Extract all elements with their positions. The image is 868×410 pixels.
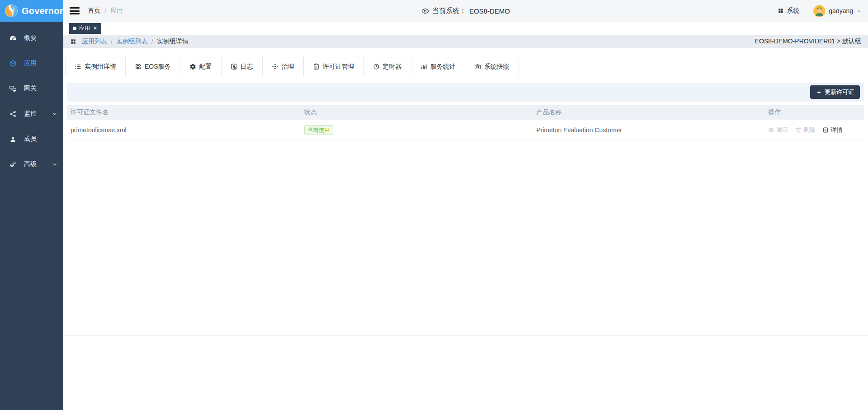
detail-label: 详情	[830, 126, 842, 134]
tab-eos-services[interactable]: EOS服务	[126, 57, 180, 76]
update-license-button[interactable]: 更新许可证	[810, 85, 860, 99]
monitor-share-icon	[9, 110, 17, 118]
stats-bars-icon	[420, 63, 427, 70]
license-filename: primetonlicense.xml	[67, 126, 301, 134]
close-icon[interactable]	[93, 26, 98, 31]
tab-label: 许可证管理	[323, 63, 354, 71]
dashboard-icon	[9, 34, 17, 42]
eye-icon	[768, 127, 774, 133]
logo[interactable]: Governor	[0, 0, 63, 22]
hamburger-icon[interactable]	[70, 7, 80, 14]
tab-label: 配置	[199, 63, 212, 71]
breadcrumb-separator: /	[151, 38, 153, 45]
table-header-row: 许可证文件名 状态 产品名称 操作	[67, 105, 864, 120]
user-menu[interactable]: gaoyang	[813, 5, 862, 17]
col-header-status: 状态	[301, 108, 533, 116]
grid-icon	[778, 8, 784, 14]
system-menu-label: 系统	[787, 7, 799, 15]
tab-label: 定时器	[383, 63, 402, 71]
member-icon	[9, 135, 17, 143]
activate-label: 激活	[776, 126, 788, 134]
plus-icon	[816, 89, 822, 95]
tab-system-snapshot[interactable]: 系统快照	[465, 57, 519, 76]
sidebar-item-monitoring[interactable]: 监控	[0, 101, 63, 126]
license-table: 许可证文件名 状态 产品名称 操作 primetonlicense.xml 当前…	[67, 105, 864, 140]
username: gaoyang	[829, 7, 853, 14]
tab-license-management[interactable]: 许可证管理	[304, 57, 364, 76]
sidebar-menu: 概要 应用	[0, 22, 63, 177]
avatar	[813, 5, 826, 17]
topbar-right: 系统 gaoyang	[778, 5, 862, 17]
tab-label: 实例组详情	[85, 63, 116, 71]
tab-label: 日志	[241, 63, 253, 71]
sidebar-item-label: 成员	[24, 135, 37, 143]
apps-grid-icon	[70, 38, 76, 45]
govern-arrows-icon	[272, 63, 278, 70]
breadcrumb-separator: /	[104, 7, 106, 14]
topbar: 首页 / 应用 当前系统： EOS8-DEMO	[63, 0, 868, 22]
page-background	[63, 335, 868, 410]
row-actions: 激活 删除	[764, 126, 864, 134]
app-title: Governor	[22, 6, 63, 16]
detail-action[interactable]: 详情	[822, 126, 842, 134]
status-badge: 当前使用	[304, 125, 333, 135]
detail-doc-icon	[822, 127, 829, 133]
system-menu-button[interactable]: 系统	[778, 7, 799, 15]
detail-tabs: 实例组详情 EOS服务 配置	[65, 57, 868, 76]
caret-down-icon	[856, 9, 862, 14]
breadcrumb-instance-group-detail: 实例组详情	[157, 37, 189, 46]
tab-governance[interactable]: 治理	[263, 57, 304, 76]
sidebar-item-label: 应用	[24, 59, 37, 67]
snapshot-camera-icon	[474, 63, 481, 70]
page-breadcrumb-bar: 应用列表 / 实例组列表 / 实例组详情 EOS8-DEMO-PROVIDER0…	[63, 35, 868, 48]
current-system-label: 当前系统：	[432, 7, 466, 15]
log-file-icon	[231, 63, 237, 70]
gear-icon	[189, 63, 196, 70]
advanced-gear-icon	[9, 161, 17, 168]
sidebar-item-gateway[interactable]: 网关	[0, 76, 63, 101]
active-dot-icon	[73, 27, 76, 30]
breadcrumb-current: 应用	[110, 7, 123, 15]
breadcrumb-home[interactable]: 首页	[88, 7, 100, 15]
content-card: 实例组详情 EOS服务 配置	[63, 48, 868, 335]
sidebar-item-overview[interactable]: 概要	[0, 25, 63, 51]
instance-group-context: EOS8-DEMO-PROVIDER01 > 默认组	[755, 37, 861, 46]
eye-icon	[421, 7, 429, 15]
license-clipboard-icon	[313, 63, 320, 70]
list-icon	[75, 63, 81, 70]
table-row: primetonlicense.xml 当前使用 Primeton Evalua…	[67, 120, 864, 140]
product-name: Primeton Evaluation Customer	[533, 126, 764, 134]
sidebar-item-applications[interactable]: 应用	[0, 51, 63, 76]
breadcrumb: 首页 / 应用	[88, 7, 123, 15]
eos-service-icon	[135, 63, 142, 70]
governor-console: Governor 概要	[0, 0, 868, 410]
sidebar-item-label: 网关	[24, 84, 37, 93]
tab-logs[interactable]: 日志	[222, 57, 263, 76]
col-header-product: 产品名称	[533, 108, 764, 116]
trash-icon	[795, 127, 802, 133]
tab-configuration[interactable]: 配置	[180, 57, 222, 76]
activate-action: 激活	[768, 126, 788, 134]
sidebar-item-label: 概要	[24, 34, 37, 42]
chevron-down-icon	[52, 162, 57, 167]
tab-instance-group-detail[interactable]: 实例组详情	[65, 57, 126, 76]
tag-applications[interactable]: 应用	[69, 23, 101, 34]
main-area: 首页 / 应用 当前系统： EOS8-DEMO	[63, 0, 868, 410]
sidebar-item-members[interactable]: 成员	[0, 126, 63, 152]
current-system-value: EOS8-DEMO	[469, 7, 510, 15]
sidebar-item-label: 高级	[24, 160, 37, 168]
current-system-indicator: 当前系统： EOS8-DEMO	[421, 7, 510, 15]
tab-label: 系统快照	[484, 63, 509, 71]
app-cube-icon	[9, 60, 17, 67]
license-toolbar: 更新许可证	[67, 83, 864, 102]
breadcrumb-instance-group-list[interactable]: 实例组列表	[116, 37, 148, 46]
tab-label: 治理	[282, 63, 294, 71]
delete-action: 删除	[795, 126, 815, 134]
sidebar-item-advanced[interactable]: 高级	[0, 152, 63, 177]
tab-service-stats[interactable]: 服务统计	[411, 57, 465, 76]
timer-clock-icon	[373, 63, 380, 70]
tags-view-bar: 应用	[63, 22, 868, 35]
governor-swirl-logo-icon	[5, 4, 18, 18]
tab-timer[interactable]: 定时器	[364, 57, 411, 76]
breadcrumb-app-list[interactable]: 应用列表	[82, 37, 107, 46]
